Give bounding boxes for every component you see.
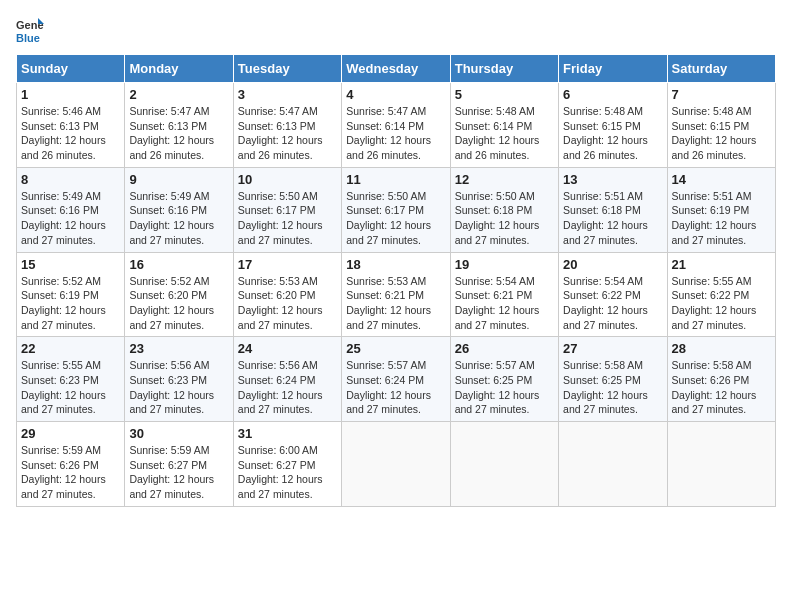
day-info: Sunrise: 5:48 AM Sunset: 6:15 PM Dayligh… xyxy=(672,104,771,163)
day-number: 2 xyxy=(129,87,228,102)
day-info: Sunrise: 5:51 AM Sunset: 6:19 PM Dayligh… xyxy=(672,189,771,248)
day-number: 8 xyxy=(21,172,120,187)
logo: General Blue xyxy=(16,16,48,44)
day-number: 3 xyxy=(238,87,337,102)
day-info: Sunrise: 5:57 AM Sunset: 6:24 PM Dayligh… xyxy=(346,358,445,417)
day-info: Sunrise: 5:52 AM Sunset: 6:20 PM Dayligh… xyxy=(129,274,228,333)
day-number: 10 xyxy=(238,172,337,187)
calendar-cell xyxy=(450,422,558,507)
day-info: Sunrise: 5:51 AM Sunset: 6:18 PM Dayligh… xyxy=(563,189,662,248)
day-info: Sunrise: 5:59 AM Sunset: 6:27 PM Dayligh… xyxy=(129,443,228,502)
day-info: Sunrise: 5:58 AM Sunset: 6:26 PM Dayligh… xyxy=(672,358,771,417)
day-info: Sunrise: 5:56 AM Sunset: 6:24 PM Dayligh… xyxy=(238,358,337,417)
calendar-cell: 12Sunrise: 5:50 AM Sunset: 6:18 PM Dayli… xyxy=(450,167,558,252)
weekday-header-friday: Friday xyxy=(559,55,667,83)
day-number: 21 xyxy=(672,257,771,272)
calendar-cell: 17Sunrise: 5:53 AM Sunset: 6:20 PM Dayli… xyxy=(233,252,341,337)
day-number: 14 xyxy=(672,172,771,187)
calendar-header-row: SundayMondayTuesdayWednesdayThursdayFrid… xyxy=(17,55,776,83)
calendar-cell: 26Sunrise: 5:57 AM Sunset: 6:25 PM Dayli… xyxy=(450,337,558,422)
day-info: Sunrise: 5:49 AM Sunset: 6:16 PM Dayligh… xyxy=(129,189,228,248)
day-number: 17 xyxy=(238,257,337,272)
calendar-cell: 22Sunrise: 5:55 AM Sunset: 6:23 PM Dayli… xyxy=(17,337,125,422)
calendar-cell: 11Sunrise: 5:50 AM Sunset: 6:17 PM Dayli… xyxy=(342,167,450,252)
day-number: 22 xyxy=(21,341,120,356)
calendar-week-row: 22Sunrise: 5:55 AM Sunset: 6:23 PM Dayli… xyxy=(17,337,776,422)
calendar-cell xyxy=(342,422,450,507)
day-info: Sunrise: 5:55 AM Sunset: 6:22 PM Dayligh… xyxy=(672,274,771,333)
calendar-cell: 10Sunrise: 5:50 AM Sunset: 6:17 PM Dayli… xyxy=(233,167,341,252)
day-info: Sunrise: 5:55 AM Sunset: 6:23 PM Dayligh… xyxy=(21,358,120,417)
day-number: 6 xyxy=(563,87,662,102)
day-info: Sunrise: 5:50 AM Sunset: 6:18 PM Dayligh… xyxy=(455,189,554,248)
calendar-cell: 23Sunrise: 5:56 AM Sunset: 6:23 PM Dayli… xyxy=(125,337,233,422)
day-number: 23 xyxy=(129,341,228,356)
day-info: Sunrise: 6:00 AM Sunset: 6:27 PM Dayligh… xyxy=(238,443,337,502)
calendar-week-row: 29Sunrise: 5:59 AM Sunset: 6:26 PM Dayli… xyxy=(17,422,776,507)
day-info: Sunrise: 5:52 AM Sunset: 6:19 PM Dayligh… xyxy=(21,274,120,333)
calendar-cell: 31Sunrise: 6:00 AM Sunset: 6:27 PM Dayli… xyxy=(233,422,341,507)
calendar-cell xyxy=(667,422,775,507)
day-number: 30 xyxy=(129,426,228,441)
calendar-cell: 8Sunrise: 5:49 AM Sunset: 6:16 PM Daylig… xyxy=(17,167,125,252)
calendar-cell xyxy=(559,422,667,507)
day-number: 18 xyxy=(346,257,445,272)
day-number: 9 xyxy=(129,172,228,187)
calendar-cell: 3Sunrise: 5:47 AM Sunset: 6:13 PM Daylig… xyxy=(233,83,341,168)
weekday-header-wednesday: Wednesday xyxy=(342,55,450,83)
calendar-cell: 18Sunrise: 5:53 AM Sunset: 6:21 PM Dayli… xyxy=(342,252,450,337)
calendar-cell: 29Sunrise: 5:59 AM Sunset: 6:26 PM Dayli… xyxy=(17,422,125,507)
day-number: 29 xyxy=(21,426,120,441)
calendar-cell: 13Sunrise: 5:51 AM Sunset: 6:18 PM Dayli… xyxy=(559,167,667,252)
weekday-header-tuesday: Tuesday xyxy=(233,55,341,83)
calendar-table: SundayMondayTuesdayWednesdayThursdayFrid… xyxy=(16,54,776,507)
day-number: 20 xyxy=(563,257,662,272)
weekday-header-sunday: Sunday xyxy=(17,55,125,83)
calendar-cell: 28Sunrise: 5:58 AM Sunset: 6:26 PM Dayli… xyxy=(667,337,775,422)
day-info: Sunrise: 5:54 AM Sunset: 6:21 PM Dayligh… xyxy=(455,274,554,333)
calendar-cell: 7Sunrise: 5:48 AM Sunset: 6:15 PM Daylig… xyxy=(667,83,775,168)
day-info: Sunrise: 5:47 AM Sunset: 6:13 PM Dayligh… xyxy=(238,104,337,163)
svg-text:Blue: Blue xyxy=(16,32,40,44)
calendar-cell: 30Sunrise: 5:59 AM Sunset: 6:27 PM Dayli… xyxy=(125,422,233,507)
weekday-header-thursday: Thursday xyxy=(450,55,558,83)
page-header: General Blue xyxy=(16,16,776,44)
calendar-cell: 5Sunrise: 5:48 AM Sunset: 6:14 PM Daylig… xyxy=(450,83,558,168)
day-number: 24 xyxy=(238,341,337,356)
day-info: Sunrise: 5:50 AM Sunset: 6:17 PM Dayligh… xyxy=(346,189,445,248)
day-number: 26 xyxy=(455,341,554,356)
logo-icon: General Blue xyxy=(16,16,44,44)
day-info: Sunrise: 5:59 AM Sunset: 6:26 PM Dayligh… xyxy=(21,443,120,502)
weekday-header-monday: Monday xyxy=(125,55,233,83)
day-info: Sunrise: 5:54 AM Sunset: 6:22 PM Dayligh… xyxy=(563,274,662,333)
day-number: 11 xyxy=(346,172,445,187)
day-info: Sunrise: 5:49 AM Sunset: 6:16 PM Dayligh… xyxy=(21,189,120,248)
day-number: 7 xyxy=(672,87,771,102)
calendar-cell: 24Sunrise: 5:56 AM Sunset: 6:24 PM Dayli… xyxy=(233,337,341,422)
day-info: Sunrise: 5:48 AM Sunset: 6:14 PM Dayligh… xyxy=(455,104,554,163)
day-info: Sunrise: 5:56 AM Sunset: 6:23 PM Dayligh… xyxy=(129,358,228,417)
calendar-cell: 27Sunrise: 5:58 AM Sunset: 6:25 PM Dayli… xyxy=(559,337,667,422)
day-number: 5 xyxy=(455,87,554,102)
day-number: 16 xyxy=(129,257,228,272)
calendar-cell: 2Sunrise: 5:47 AM Sunset: 6:13 PM Daylig… xyxy=(125,83,233,168)
calendar-cell: 9Sunrise: 5:49 AM Sunset: 6:16 PM Daylig… xyxy=(125,167,233,252)
calendar-cell: 14Sunrise: 5:51 AM Sunset: 6:19 PM Dayli… xyxy=(667,167,775,252)
day-info: Sunrise: 5:53 AM Sunset: 6:21 PM Dayligh… xyxy=(346,274,445,333)
day-number: 28 xyxy=(672,341,771,356)
day-info: Sunrise: 5:57 AM Sunset: 6:25 PM Dayligh… xyxy=(455,358,554,417)
day-info: Sunrise: 5:53 AM Sunset: 6:20 PM Dayligh… xyxy=(238,274,337,333)
calendar-cell: 21Sunrise: 5:55 AM Sunset: 6:22 PM Dayli… xyxy=(667,252,775,337)
day-number: 15 xyxy=(21,257,120,272)
day-info: Sunrise: 5:47 AM Sunset: 6:14 PM Dayligh… xyxy=(346,104,445,163)
calendar-cell: 19Sunrise: 5:54 AM Sunset: 6:21 PM Dayli… xyxy=(450,252,558,337)
calendar-cell: 20Sunrise: 5:54 AM Sunset: 6:22 PM Dayli… xyxy=(559,252,667,337)
calendar-week-row: 8Sunrise: 5:49 AM Sunset: 6:16 PM Daylig… xyxy=(17,167,776,252)
day-info: Sunrise: 5:46 AM Sunset: 6:13 PM Dayligh… xyxy=(21,104,120,163)
day-number: 31 xyxy=(238,426,337,441)
calendar-week-row: 1Sunrise: 5:46 AM Sunset: 6:13 PM Daylig… xyxy=(17,83,776,168)
day-info: Sunrise: 5:58 AM Sunset: 6:25 PM Dayligh… xyxy=(563,358,662,417)
calendar-cell: 6Sunrise: 5:48 AM Sunset: 6:15 PM Daylig… xyxy=(559,83,667,168)
weekday-header-saturday: Saturday xyxy=(667,55,775,83)
calendar-week-row: 15Sunrise: 5:52 AM Sunset: 6:19 PM Dayli… xyxy=(17,252,776,337)
